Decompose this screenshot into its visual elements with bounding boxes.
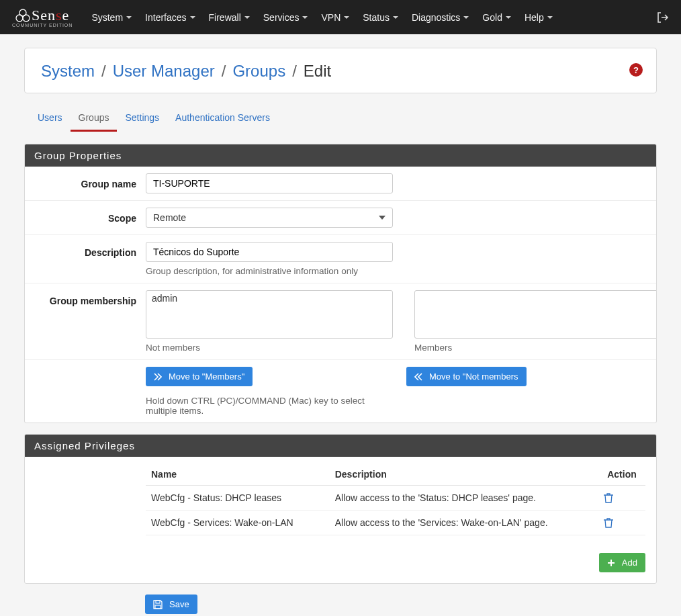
row-move-buttons: Move to "Members" Hold down CTRL (PC)/CO…: [25, 359, 656, 423]
table-header-row: Name Description Action: [146, 464, 645, 486]
breadcrumb-system[interactable]: System: [41, 62, 95, 81]
col-action: Action: [598, 464, 645, 486]
breadcrumb-sep: /: [101, 62, 106, 81]
ctrl-hint: Hold down CTRL (PC)/COMMAND (Mac) key to…: [146, 396, 385, 416]
breadcrumb-groups[interactable]: Groups: [232, 62, 285, 81]
tab-settings[interactable]: Settings: [117, 105, 167, 132]
label-group-name: Group name: [25, 173, 146, 189]
brand-text-part1: Sen: [32, 7, 56, 24]
trash-icon: [604, 492, 613, 503]
page-container: System / User Manager / Groups / Edit ? …: [24, 48, 657, 616]
nav-item-label: System: [91, 12, 123, 23]
panel-body: Group name Scope Remote Description: [25, 167, 656, 423]
delete-privilege-button[interactable]: [604, 492, 640, 503]
save-row: Save: [145, 595, 657, 614]
col-name: Name: [146, 464, 330, 486]
delete-privilege-button[interactable]: [604, 517, 640, 528]
trash-icon: [604, 517, 613, 528]
table-row: WebCfg - Status: DHCP leasesAllow access…: [146, 486, 645, 511]
sign-out-icon: [657, 12, 669, 23]
label-membership: Group membership: [25, 290, 146, 306]
nav-item-label: Status: [363, 12, 390, 23]
priv-action-cell: [598, 511, 645, 535]
brand-logo-graphic: Sense: [15, 7, 69, 24]
not-members-caption: Not members: [146, 343, 393, 353]
nav-item-interfaces[interactable]: Interfaces: [138, 0, 201, 34]
logout-button[interactable]: [657, 12, 669, 23]
nav-item-vpn[interactable]: VPN: [314, 0, 356, 34]
move-to-not-members-button[interactable]: Move to "Not members: [406, 367, 527, 386]
label-scope: Scope: [25, 208, 146, 224]
double-chevron-left-icon: [414, 373, 422, 381]
save-button[interactable]: Save: [145, 595, 197, 614]
floppy-icon: [153, 600, 163, 609]
not-members-option[interactable]: admin: [150, 292, 388, 304]
scope-select[interactable]: Remote: [146, 208, 393, 228]
breadcrumb-panel: System / User Manager / Groups / Edit ?: [24, 48, 657, 93]
description-input[interactable]: [146, 242, 393, 262]
move-to-members-button[interactable]: Move to "Members": [146, 367, 253, 386]
nav-item-status[interactable]: Status: [356, 0, 405, 34]
group-name-input[interactable]: [146, 173, 393, 193]
group-properties-panel: Group Properties Group name Scope Remote: [24, 144, 657, 423]
brand-text-end: e: [62, 7, 70, 24]
sub-tabs: UsersGroupsSettingsAuthentication Server…: [24, 105, 657, 132]
save-label: Save: [169, 599, 189, 609]
add-privilege-button[interactable]: Add: [599, 553, 645, 572]
priv-description: Allow access to the 'Services: Wake-on-L…: [330, 511, 598, 535]
brand-logo[interactable]: Sense COMMUNITY EDITION: [12, 7, 73, 28]
privileges-table-wrap: Name Description Action WebCfg - Status:…: [25, 457, 656, 546]
caret-down-icon: [126, 16, 132, 19]
top-navbar: Sense COMMUNITY EDITION SystemInterfaces…: [0, 0, 681, 34]
move-to-members-label: Move to "Members": [169, 371, 244, 382]
question-icon: ?: [633, 65, 639, 75]
nav-item-firewall[interactable]: Firewall: [202, 0, 257, 34]
dropdown-triangle-icon: [379, 216, 385, 220]
brand-text-red: s: [56, 7, 62, 24]
row-membership: Group membership admin Not members Membe…: [25, 283, 656, 359]
nav-item-label: VPN: [321, 12, 340, 23]
row-description: Description Group description, for admin…: [25, 234, 656, 283]
nav-item-label: Interfaces: [145, 12, 186, 23]
caret-down-icon: [302, 16, 308, 19]
add-privilege-row: Add: [25, 546, 656, 583]
svg-rect-4: [155, 605, 161, 609]
nav-item-gold[interactable]: Gold: [475, 0, 518, 34]
tab-groups[interactable]: Groups: [71, 105, 118, 132]
move-to-not-members-label: Move to "Not members: [429, 371, 518, 382]
description-help-text: Group description, for administrative in…: [146, 266, 645, 276]
not-members-listbox[interactable]: admin: [146, 290, 393, 339]
logo-circles-icon: [15, 9, 30, 22]
priv-name: WebCfg - Services: Wake-on-LAN: [146, 511, 330, 535]
brand-text: Sense: [32, 7, 69, 24]
breadcrumb-usermanager[interactable]: User Manager: [113, 62, 215, 81]
double-chevron-right-icon: [154, 373, 162, 381]
nav-item-diagnostics[interactable]: Diagnostics: [405, 0, 475, 34]
tab-authentication-servers[interactable]: Authentication Servers: [167, 105, 278, 132]
breadcrumb: System / User Manager / Groups / Edit: [41, 62, 640, 81]
caret-down-icon: [547, 16, 553, 19]
tab-users[interactable]: Users: [30, 105, 71, 132]
assigned-privileges-panel: Assigned Privileges Name Description Act…: [24, 434, 657, 584]
nav-item-label: Help: [525, 12, 544, 23]
row-scope: Scope Remote: [25, 200, 656, 234]
members-listbox[interactable]: [414, 290, 657, 339]
nav-item-help[interactable]: Help: [518, 0, 559, 34]
priv-action-cell: [598, 486, 645, 511]
nav-item-services[interactable]: Services: [257, 0, 315, 34]
plus-icon: [607, 559, 615, 567]
nav-items: SystemInterfacesFirewallServicesVPNStatu…: [85, 0, 559, 34]
help-button[interactable]: ?: [629, 63, 643, 77]
panel-title: Group Properties: [25, 144, 656, 167]
nav-item-label: Firewall: [209, 12, 241, 23]
nav-item-system[interactable]: System: [85, 0, 138, 34]
panel-title: Assigned Privileges: [25, 435, 656, 457]
svg-point-1: [16, 15, 23, 21]
caret-down-icon: [506, 16, 511, 19]
row-group-name: Group name: [25, 167, 656, 200]
label-empty: [25, 367, 146, 372]
caret-down-icon: [463, 16, 469, 19]
svg-point-2: [23, 15, 30, 21]
brand-subtitle: COMMUNITY EDITION: [12, 23, 73, 28]
nav-item-label: Services: [263, 12, 300, 23]
